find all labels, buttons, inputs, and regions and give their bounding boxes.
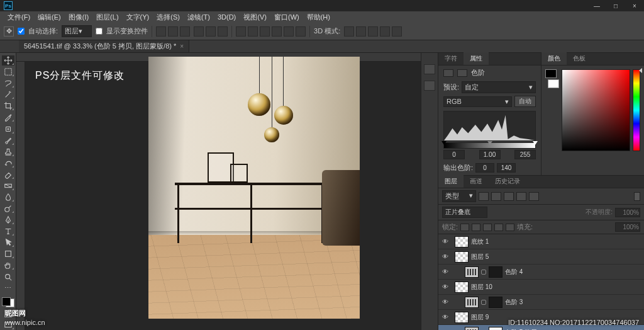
input-white-point[interactable]	[514, 150, 536, 159]
input-levels-slider[interactable]	[443, 142, 536, 149]
auto-select-checkbox[interactable]	[18, 28, 25, 35]
layer-thumbnail[interactable]	[455, 282, 469, 293]
close-icon[interactable]: ×	[180, 43, 184, 50]
3d-icon-4[interactable]	[380, 26, 390, 37]
output-black[interactable]	[475, 163, 494, 173]
layer-thumbnail[interactable]	[465, 327, 479, 331]
menu-edit[interactable]: 编辑(E)	[34, 11, 65, 23]
layer-row[interactable]: 👁底纹 1	[438, 234, 644, 249]
layer-mask-thumbnail[interactable]	[489, 266, 502, 278]
zoom-tool[interactable]	[2, 271, 14, 282]
filter-smart-icon[interactable]	[529, 192, 539, 201]
menu-type[interactable]: 文字(Y)	[123, 11, 153, 23]
layer-name[interactable]: 图层 10	[471, 283, 492, 292]
lock-position-icon[interactable]	[483, 224, 492, 231]
filter-shape-icon[interactable]	[516, 192, 526, 201]
align-right-icon[interactable]	[180, 26, 190, 37]
fg-color-mini[interactable]	[545, 69, 557, 78]
brush-tool[interactable]	[2, 135, 14, 145]
stamp-tool[interactable]	[2, 147, 14, 157]
3d-icon-5[interactable]	[392, 26, 402, 37]
type-tool[interactable]	[2, 226, 14, 236]
move-tool[interactable]	[2, 55, 14, 65]
lock-artboard-icon[interactable]	[494, 224, 503, 231]
tab-properties[interactable]: 属性	[464, 52, 489, 65]
menu-image[interactable]: 图像(I)	[65, 11, 92, 23]
tab-channels[interactable]: 画道	[464, 175, 489, 188]
3d-icon-3[interactable]	[368, 26, 378, 37]
collapsed-panel-icon[interactable]	[424, 81, 435, 91]
layer-name[interactable]: 色阶 4	[505, 268, 523, 276]
visibility-icon[interactable]: 👁	[441, 268, 450, 275]
align-center-v-icon[interactable]	[206, 26, 216, 37]
align-top-icon[interactable]	[194, 26, 204, 37]
bg-color-mini[interactable]	[548, 79, 559, 88]
path-select-tool[interactable]	[2, 237, 14, 248]
lock-transparent-icon[interactable]	[460, 224, 469, 231]
layer-thumbnail[interactable]	[455, 251, 469, 263]
visibility-icon[interactable]: 👁	[441, 299, 450, 305]
tab-swatches[interactable]: 色板	[567, 52, 592, 65]
magic-wand-tool[interactable]	[2, 89, 14, 100]
menu-help[interactable]: 帮助(H)	[303, 11, 334, 23]
hue-slider-thumb[interactable]	[639, 68, 642, 73]
eraser-tool[interactable]	[2, 169, 14, 179]
window-minimize[interactable]: —	[587, 0, 606, 11]
opacity-input[interactable]	[615, 208, 640, 217]
visibility-icon[interactable]: 👁	[441, 253, 450, 260]
dodge-tool[interactable]	[2, 203, 14, 213]
fill-input[interactable]	[615, 222, 640, 232]
preset-dropdown[interactable]: 自定▾	[462, 81, 536, 93]
align-center-h-icon[interactable]	[168, 26, 178, 37]
layer-name[interactable]: 底纹 1	[471, 237, 489, 246]
auto-button[interactable]: 自动	[514, 96, 536, 107]
filter-type-icon[interactable]	[504, 192, 514, 201]
tab-color[interactable]: 颜色	[541, 52, 567, 65]
input-black-point[interactable]	[443, 150, 465, 159]
layer-thumbnail[interactable]	[455, 312, 469, 323]
history-brush-tool[interactable]	[2, 158, 14, 168]
distribute-4-icon[interactable]	[272, 26, 282, 37]
eyedropper-tool[interactable]	[2, 112, 14, 122]
distribute-5-icon[interactable]	[284, 26, 294, 37]
filter-adjust-icon[interactable]	[491, 192, 501, 201]
marquee-tool[interactable]	[2, 67, 14, 77]
layer-row[interactable]: 👁图层 10	[438, 280, 644, 295]
gradient-tool[interactable]	[2, 181, 14, 191]
shape-tool[interactable]	[2, 249, 14, 259]
tab-character[interactable]: 字符	[438, 52, 464, 65]
foreground-color-swatch[interactable]	[2, 297, 11, 306]
layer-filter-type-dropdown[interactable]: 类型▾	[442, 190, 476, 202]
document-tab[interactable]: 56451541.tif @ 33.3% (色阶 5 拷贝, 图层蒙版/8) *…	[19, 40, 189, 52]
menu-window[interactable]: 窗口(W)	[270, 11, 303, 23]
filter-toggle[interactable]	[634, 192, 640, 201]
lasso-tool[interactable]	[2, 78, 14, 88]
channel-dropdown[interactable]: RGB▾	[443, 96, 512, 107]
input-mid-point[interactable]	[479, 150, 501, 159]
layer-row[interactable]: 👁图层 5	[438, 249, 644, 265]
lock-image-icon[interactable]	[472, 224, 480, 231]
collapsed-panel-icon[interactable]	[424, 64, 435, 74]
menu-filter[interactable]: 滤镜(T)	[184, 11, 214, 23]
crop-tool[interactable]	[2, 101, 14, 111]
filter-pixel-icon[interactable]	[479, 192, 489, 201]
lock-all-icon[interactable]	[506, 224, 514, 231]
layer-thumbnail[interactable]	[465, 297, 479, 308]
canvas-area[interactable]: PS分层文件可修改	[16, 53, 421, 330]
menu-layer[interactable]: 图层(L)	[92, 11, 122, 23]
layer-name[interactable]: 色阶 3	[505, 298, 523, 307]
menu-file[interactable]: 文件(F)	[4, 11, 34, 23]
window-close[interactable]: ×	[625, 0, 644, 11]
auto-select-dropdown[interactable]: 图层▾	[62, 25, 92, 37]
visibility-icon[interactable]: 👁	[441, 238, 450, 245]
layer-row[interactable]: 👁色阶 4	[438, 265, 644, 280]
menu-3d[interactable]: 3D(D)	[214, 12, 240, 22]
color-field[interactable]	[562, 69, 630, 151]
hue-slider[interactable]	[633, 69, 640, 151]
menu-select[interactable]: 选择(S)	[153, 11, 184, 23]
align-bottom-icon[interactable]	[218, 26, 228, 37]
visibility-icon[interactable]: 👁	[441, 283, 450, 290]
menu-view[interactable]: 视图(V)	[240, 11, 270, 23]
distribute-1-icon[interactable]	[236, 26, 246, 37]
visibility-icon[interactable]: 👁	[441, 314, 450, 321]
